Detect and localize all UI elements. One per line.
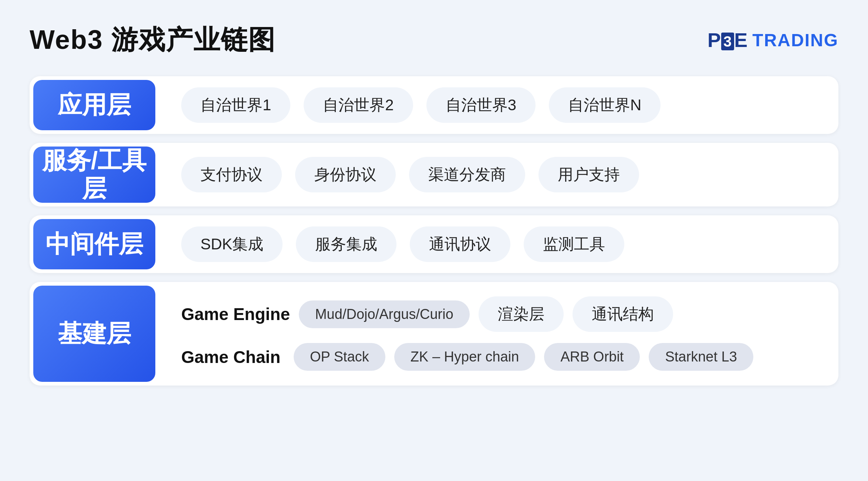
pill-app-2: 自治世界2 [304, 87, 413, 123]
layer-middleware: 中间件层 SDK集成 服务集成 通讯协议 监测工具 [30, 215, 838, 273]
pill-arb-orbit: ARB Orbit [544, 343, 640, 371]
pill-mid-2: 服务集成 [296, 226, 396, 262]
layer-content-middleware: SDK集成 服务集成 通讯协议 监测工具 [159, 215, 838, 273]
pill-svc-2: 身份协议 [295, 157, 396, 192]
layer-label-text-service: 服务/工具层 [33, 147, 155, 203]
game-chain-group: Game Chain OP Stack ZK – Hyper chain ARB… [181, 343, 753, 371]
layer-content-infra: Game Engine Mud/Dojo/Argus/Curio 渲染层 通讯结… [159, 285, 838, 382]
logo: P3E TRADING [707, 28, 838, 51]
page-title: Web3 游戏产业链图 [30, 22, 276, 58]
pill-comm-struct: 通讯结构 [573, 296, 673, 332]
game-engine-label: Game Engine [181, 304, 290, 324]
layer-label-infra: 基建层 [33, 286, 155, 382]
page-header: Web3 游戏产业链图 P3E TRADING [30, 22, 838, 58]
layer-label-application: 应用层 [33, 80, 155, 130]
trading-label: TRADING [752, 30, 838, 50]
game-chain-label: Game Chain [181, 347, 285, 367]
pill-app-4: 自治世界N [549, 87, 661, 123]
pill-mid-4: 监测工具 [524, 226, 624, 262]
layer-label-text-infra: 基建层 [58, 320, 131, 348]
pill-svc-4: 用户支持 [538, 157, 639, 192]
layer-infra: 基建层 Game Engine Mud/Dojo/Argus/Curio 渲染层… [30, 282, 838, 386]
layer-content-service: 支付协议 身份协议 渠道分发商 用户支持 [159, 146, 838, 204]
layer-label-text-application: 应用层 [58, 91, 131, 119]
pill-zk-hyper: ZK – Hyper chain [394, 343, 536, 371]
pse-logo: P3E [707, 28, 748, 51]
layer-label-text-middleware: 中间件层 [45, 230, 143, 258]
layer-service: 服务/工具层 支付协议 身份协议 渠道分发商 用户支持 [30, 143, 838, 206]
pill-render: 渲染层 [479, 296, 564, 332]
game-engine-group: Game Engine Mud/Dojo/Argus/Curio 渲染层 通讯结… [181, 296, 673, 332]
layer-application: 应用层 自治世界1 自治世界2 自治世界3 自治世界N [30, 76, 838, 134]
pill-svc-3: 渠道分发商 [409, 157, 525, 192]
pill-starknet: Starknet L3 [649, 343, 753, 371]
pill-app-1: 自治世界1 [181, 87, 290, 123]
pill-mid-1: SDK集成 [181, 226, 283, 262]
layer-content-application: 自治世界1 自治世界2 自治世界3 自治世界N [159, 76, 838, 134]
pill-op-stack: OP Stack [294, 343, 385, 371]
pill-mud: Mud/Dojo/Argus/Curio [299, 300, 470, 328]
pill-app-3: 自治世界3 [426, 87, 536, 123]
layer-label-middleware: 中间件层 [33, 219, 155, 269]
layer-label-service: 服务/工具层 [33, 147, 155, 203]
pill-mid-3: 通讯协议 [410, 226, 510, 262]
layers-container: 应用层 自治世界1 自治世界2 自治世界3 自治世界N 服务/工具层 支付协议 … [30, 76, 838, 386]
pill-svc-1: 支付协议 [181, 157, 282, 192]
